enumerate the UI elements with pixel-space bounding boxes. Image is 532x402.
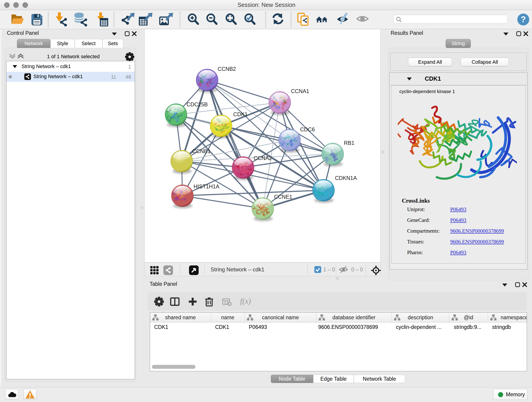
svg-text:HIST1H1A: HIST1H1A bbox=[194, 184, 220, 190]
svg-text:?: ? bbox=[521, 15, 526, 24]
svg-text:CDC25B: CDC25B bbox=[186, 102, 208, 108]
svg-text:CCNE1: CCNE1 bbox=[274, 194, 292, 200]
svg-text:CCNA2: CCNA2 bbox=[254, 155, 272, 161]
svg-text:CCNB1: CCNB1 bbox=[192, 148, 210, 154]
svg-text:CDKN1A: CDKN1A bbox=[335, 175, 357, 181]
svg-text:CCNA1: CCNA1 bbox=[291, 88, 309, 94]
svg-text:CDK1: CDK1 bbox=[233, 111, 248, 117]
svg-text:CCNB2: CCNB2 bbox=[218, 66, 236, 72]
svg-text:CDC6: CDC6 bbox=[300, 127, 315, 133]
svg-text:RB1: RB1 bbox=[344, 140, 355, 146]
